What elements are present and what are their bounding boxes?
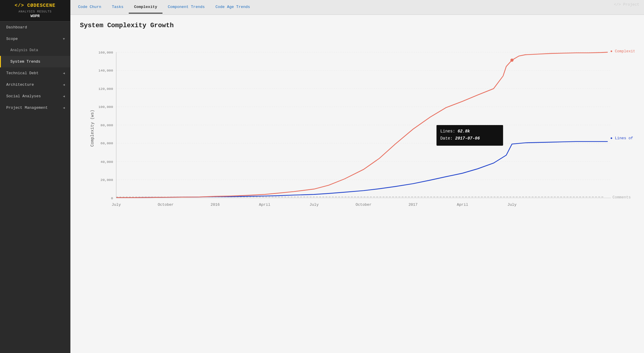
tooltip-date-label: Date: 2017-07-06 [440, 136, 480, 141]
sidebar-item-project-management[interactable]: Project Management ◀ [0, 102, 70, 114]
tab-tasks[interactable]: Tasks [107, 1, 129, 14]
svg-text:2016: 2016 [211, 203, 220, 207]
tab-bar: Code Churn Tasks Complexity Component Tr… [70, 0, 644, 15]
svg-text:160,000: 160,000 [99, 51, 113, 55]
main-panel: Code Churn Tasks Complexity Component Tr… [70, 0, 644, 353]
project-name: WOPR [5, 14, 65, 18]
brand-logo: </> CØDESCENE [5, 3, 65, 8]
chart-svg: Complexity (ws) 0 20,000 40,000 60,000 8… [80, 36, 635, 214]
analysis-results-label: ANALYSIS RESULTS [5, 10, 65, 13]
svg-text:July: July [507, 203, 516, 207]
svg-text:April: April [457, 203, 468, 207]
svg-text:July: July [112, 203, 121, 207]
social-analyses-arrow-icon: ◀ [63, 94, 65, 98]
sidebar-item-social-analyses[interactable]: Social Analyses ◀ [0, 90, 70, 102]
chart-section: System Complexity Growth Complexity (ws)… [70, 15, 644, 353]
sidebar-item-analysis-data[interactable]: Analysis Data [0, 45, 70, 56]
sidebar-label-system-trends: System Trends [10, 59, 40, 64]
sidebar-label-scope: Scope [6, 37, 18, 41]
tooltip-background [437, 125, 503, 146]
sidebar-label-social-analyses: Social Analyses [6, 94, 41, 98]
sidebar-label-dashboard: Dashboard [6, 25, 27, 30]
chart-title: System Complexity Growth [80, 22, 635, 29]
svg-text:Comments: Comments [613, 195, 631, 200]
sidebar-label-analysis-data: Analysis Data [10, 48, 38, 52]
project-management-arrow-icon: ◀ [63, 106, 65, 110]
svg-text:60,000: 60,000 [101, 141, 113, 145]
tab-component-trends[interactable]: Component Trends [162, 1, 210, 14]
svg-text:October: October [355, 203, 371, 207]
sidebar: </> CØDESCENE ANALYSIS RESULTS WOPR Dash… [0, 0, 70, 353]
tab-code-churn[interactable]: Code Churn [73, 1, 107, 14]
sidebar-item-system-trends[interactable]: System Trends [0, 56, 70, 67]
svg-text:100,000: 100,000 [99, 105, 113, 109]
svg-text:April: April [259, 203, 271, 207]
scope-arrow-icon: ▼ [63, 37, 65, 41]
technical-debt-arrow-icon: ◀ [63, 71, 65, 75]
svg-text:July: July [310, 203, 319, 207]
sidebar-label-architecture: Architecture [6, 82, 34, 87]
sidebar-item-architecture[interactable]: Architecture ◀ [0, 79, 70, 90]
sidebar-item-scope[interactable]: Scope ▼ [0, 33, 70, 45]
loc-line [116, 142, 608, 198]
tab-code-age-trends[interactable]: Code Age Trends [210, 1, 255, 14]
tab-complexity[interactable]: Complexity [129, 1, 162, 14]
tooltip-dot [511, 59, 514, 62]
sidebar-item-technical-debt[interactable]: Technical Debt ◀ [0, 67, 70, 79]
svg-text:40,000: 40,000 [101, 160, 113, 164]
svg-text:80,000: 80,000 [101, 123, 113, 127]
svg-text:● Lines of Code: ● Lines of Code [610, 136, 635, 140]
svg-text:20,000: 20,000 [101, 178, 113, 182]
sidebar-label-technical-debt: Technical Debt [6, 71, 38, 75]
svg-text:2017: 2017 [408, 203, 418, 207]
sidebar-item-dashboard[interactable]: Dashboard [0, 22, 70, 33]
tooltip-lines-label: Lines: 62.8k [440, 129, 470, 134]
svg-text:October: October [158, 203, 174, 207]
top-right-label: </> Project [614, 2, 639, 7]
brand-name: CØDESCENE [27, 3, 55, 8]
complexity-line [116, 52, 608, 198]
sidebar-header: </> CØDESCENE ANALYSIS RESULTS WOPR [0, 0, 70, 22]
svg-text:0: 0 [111, 196, 113, 200]
svg-text:140,000: 140,000 [99, 69, 113, 73]
svg-text:● Complexity: ● Complexity [610, 49, 635, 54]
brand-icon: </> [15, 3, 24, 8]
architecture-arrow-icon: ◀ [63, 83, 65, 87]
svg-text:120,000: 120,000 [99, 87, 113, 91]
chart-container: Complexity (ws) 0 20,000 40,000 60,000 8… [80, 36, 635, 214]
y-axis-label: Complexity (ws) [90, 110, 95, 147]
sidebar-label-project-management: Project Management [6, 106, 48, 110]
